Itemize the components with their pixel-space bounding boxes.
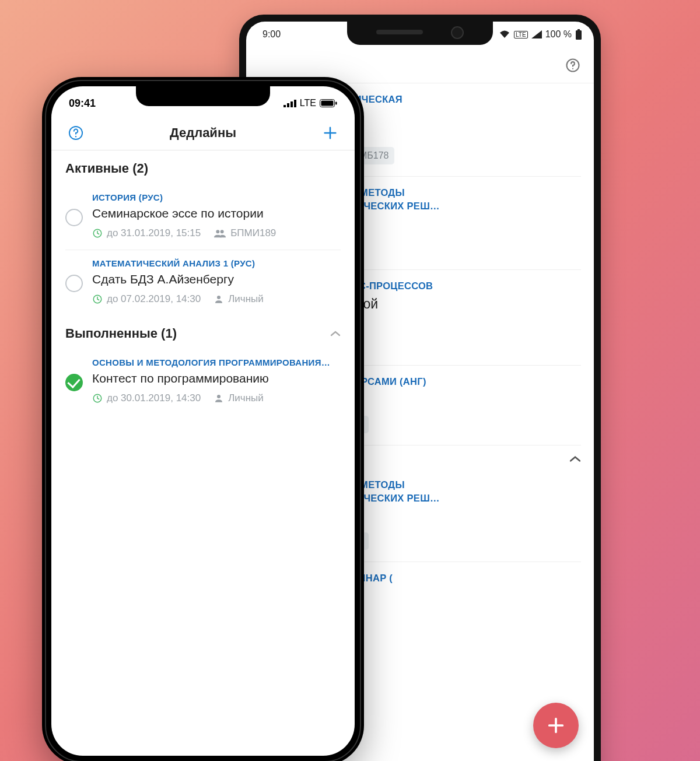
item-title: Контест по программированию [92,371,341,385]
cellular-icon [284,100,296,107]
checkbox-done-icon[interactable] [65,374,83,391]
item-title: Сдать БДЗ А.Айзенбергу [92,272,341,286]
item-group: БПМИ189 [214,227,276,239]
svg-point-28 [217,395,220,398]
item-body: ОСНОВЫ И МЕТОДОЛОГИЯ ПРОГРАММИРОВАНИЯ…Ко… [92,357,341,404]
help-icon[interactable] [565,57,581,73]
svg-rect-16 [294,100,296,107]
item-meta: до 30.01.2019, 14:30Личный [92,392,341,404]
svg-point-24 [220,230,224,233]
battery-icon [320,99,337,107]
plus-icon [322,125,338,141]
person-icon [214,393,224,404]
item-subject: ИСТОРИЯ (РУС) [92,192,341,202]
add-button[interactable] [320,122,341,143]
section-title: Активные (2) [65,161,148,176]
android-status-right: LTE 100 % [499,29,582,40]
item-title: Семинарское эссе по истории [92,206,341,220]
section-header-done[interactable]: Выполненные (1) [65,326,341,349]
item-meta: до 31.01.2019, 15:15БПМИ189 [92,227,341,239]
deadline-item[interactable]: ОСНОВЫ И МЕТОДОЛОГИЯ ПРОГРАММИРОВАНИЯ…Ко… [65,349,341,415]
svg-rect-0 [578,29,580,30]
lte-badge: LTE [514,31,528,38]
svg-rect-13 [284,105,286,107]
deadline-item[interactable]: ИСТОРИЯ (РУС)Семинарское эссе по истории… [65,184,341,250]
section-header-active[interactable]: Активные (2) [65,161,341,184]
svg-point-21 [75,136,76,137]
chevron-up-icon [569,455,581,463]
section-title: Выполненные (1) [65,326,177,341]
item-meta: до 07.02.2019, 14:30Личный [92,293,341,305]
section-done: Выполненные (1) ОСНОВЫ И МЕТОДОЛОГИЯ ПРО… [51,315,355,415]
iphone-time: 09:41 [69,97,96,110]
iphone-frame: 09:41 LTE Дедлайны Активные (2) ИСТОРИЯ … [42,77,364,761]
item-due: до 30.01.2019, 14:30 [92,392,201,404]
help-icon [68,125,84,141]
person-icon [214,294,224,304]
battery-icon [575,29,582,40]
nav-bar: Дедлайны [51,115,355,150]
svg-point-3 [572,68,573,69]
item-subject: ОСНОВЫ И МЕТОДОЛОГИЯ ПРОГРАММИРОВАНИЯ… [92,357,341,367]
section-active: Активные (2) ИСТОРИЯ (РУС)Семинарское эс… [51,150,355,315]
android-notch [347,22,493,45]
clock-icon [92,294,103,304]
group-icon [214,229,226,238]
page-title: Дедлайны [170,125,236,141]
add-fab[interactable] [533,703,579,748]
deadline-item[interactable]: МАТЕМАТИЧЕСКИЙ АНАЛИЗ 1 (РУС)Сдать БДЗ А… [65,250,341,315]
iphone-screen: 09:41 LTE Дедлайны Активные (2) ИСТОРИЯ … [51,86,355,756]
checkbox-icon[interactable] [65,209,83,226]
wifi-icon [499,30,510,39]
iphone-notch [136,86,270,106]
iphone-net: LTE [300,98,316,108]
chevron-up-icon [330,330,341,337]
android-battery-text: 100 % [545,29,572,40]
svg-rect-14 [287,103,289,107]
clock-icon [92,393,103,404]
help-button[interactable] [65,122,86,143]
item-due: до 07.02.2019, 14:30 [92,293,201,305]
iphone-status-right: LTE [284,98,337,108]
svg-rect-18 [321,101,334,106]
checkbox-icon[interactable] [65,275,83,292]
svg-rect-19 [335,102,337,105]
item-group: Личный [214,293,264,305]
item-body: ИСТОРИЯ (РУС)Семинарское эссе по истории… [92,192,341,239]
item-body: МАТЕМАТИЧЕСКИЙ АНАЛИЗ 1 (РУС)Сдать БДЗ А… [92,258,341,305]
item-group: Личный [214,392,264,404]
item-due: до 31.01.2019, 15:15 [92,227,201,239]
svg-rect-15 [290,101,293,107]
svg-point-26 [217,296,220,299]
svg-rect-1 [576,30,582,40]
plus-icon [546,716,566,735]
svg-point-23 [216,230,220,233]
item-subject: МАТЕМАТИЧЕСКИЙ АНАЛИЗ 1 (РУС) [92,258,341,268]
clock-icon [92,228,103,239]
signal-icon [531,30,542,38]
android-time: 9:00 [262,29,281,40]
